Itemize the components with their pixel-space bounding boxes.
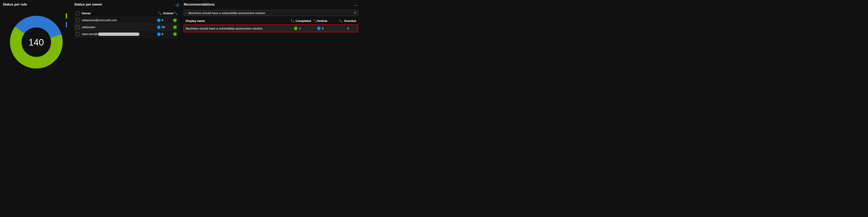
ontime-value: 5 [322, 27, 324, 30]
search-input[interactable] [187, 11, 354, 15]
sort-icon[interactable] [158, 11, 162, 15]
ontime-value: 8 [162, 32, 163, 36]
owner-row[interactable]: sebassem@microsoft.com i 8 ✓ [74, 17, 179, 24]
owner-name: clark.kent@ [82, 32, 97, 36]
owner-name: sebassem [82, 25, 95, 29]
ontime-value: 30 [162, 25, 165, 29]
header-overdue[interactable]: Overdue [344, 19, 356, 23]
sort-icon[interactable] [174, 11, 178, 15]
donut-center-value: 140 [29, 37, 44, 47]
checkbox-row[interactable] [75, 32, 79, 36]
title-recommendations: Recommendations [184, 2, 215, 6]
more-icon[interactable]: ⋯ [353, 3, 358, 8]
checkbox-all-owners[interactable] [75, 11, 79, 15]
owner-table: Owner Ontime O sebassem@microsoft.com i [74, 10, 179, 37]
check-icon: ✓ [173, 19, 177, 22]
header-completed[interactable]: Completed [296, 19, 311, 23]
info-icon: i [157, 19, 161, 22]
check-icon: ✓ [294, 27, 298, 30]
header-owner[interactable]: Owner [82, 11, 91, 15]
undo-icon[interactable]: ↻ [175, 3, 179, 8]
clear-search-icon[interactable]: ✕ [354, 11, 356, 15]
panel-recommendations: Recommendations ⋯ ⌕ ✕ Display name Compl… [184, 2, 358, 84]
panel-status-per-rule: Status per rule 140 [3, 2, 70, 84]
check-icon: ✓ [173, 32, 177, 36]
checkbox-row[interactable] [75, 19, 79, 22]
check-icon: ✓ [173, 25, 177, 29]
header-ontime2[interactable]: Ontime [317, 19, 328, 23]
ontime-value: 8 [162, 19, 163, 22]
sort-icon[interactable] [313, 19, 317, 23]
masked-text [98, 32, 140, 36]
donut-chart: 140 [9, 15, 63, 69]
header-ontime[interactable]: Ontime [163, 11, 174, 15]
checkbox-row[interactable] [75, 25, 79, 29]
title-status-per-owner: Status per owner [74, 2, 102, 6]
overdue-value: 0 [347, 27, 349, 30]
legend-green [66, 13, 67, 19]
owner-name: sebassem@microsoft.com [82, 19, 117, 22]
owner-row[interactable]: clark.kent@ i 8 ✓ [74, 31, 179, 37]
title-status-per-rule: Status per rule [3, 2, 70, 6]
info-icon: i [157, 32, 161, 36]
rec-name: Machines should have a vulnerability ass… [186, 27, 262, 30]
sort-icon[interactable] [339, 19, 343, 23]
header-display-name[interactable]: Display name [186, 19, 205, 23]
owner-row[interactable]: sebassem i 30 ✓ [74, 24, 179, 31]
panel-status-per-owner: Status per owner ↻ Owner Ontime O [74, 2, 179, 84]
search-icon: ⌕ [185, 11, 187, 15]
owner-table-header: Owner Ontime O [74, 10, 179, 17]
recommendations-header: Display name Completed Ontime Overdue [184, 17, 358, 25]
completed-value: 1 [299, 27, 301, 30]
recommendation-row[interactable]: Machines should have a vulnerability ass… [184, 25, 358, 32]
sort-icon[interactable] [290, 19, 294, 23]
search-box[interactable]: ⌕ ✕ [184, 10, 358, 16]
legend-bars [66, 13, 67, 27]
info-icon: i [157, 25, 161, 29]
legend-blue [66, 22, 67, 27]
info-icon: i [317, 27, 321, 30]
